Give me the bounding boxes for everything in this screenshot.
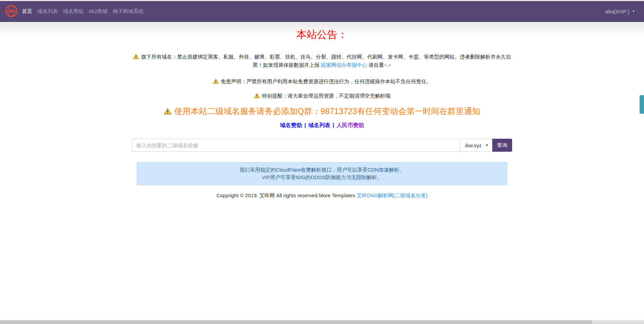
rmb-sponsor-link[interactable]: 人民币赞助	[336, 122, 364, 128]
dns-globe-logo-icon: DNS	[5, 4, 18, 19]
qq-group-text: 使用本站二级域名服务请务必添加Q群：98713723有任何变动会第一时间在群里通…	[174, 107, 480, 116]
domain-list-link[interactable]: 域名列表	[308, 122, 330, 128]
alert-line-1: 我们采用稳定的CloudFlare收费解析接口，用户可以享受CDN加速解析。	[141, 166, 503, 174]
footer: Copyright © 2019. 艾咔网 All rights reserve…	[0, 192, 644, 199]
warning-icon	[133, 54, 139, 59]
horizontal-scrollbar	[0, 320, 644, 324]
svg-text:DNS: DNS	[7, 9, 16, 14]
nav-item-youzi-shop[interactable]: 柚子商城系统	[113, 8, 144, 15]
nav-menu: 首页 域名列表 域名赞助 662商城 柚子商城系统	[22, 8, 144, 15]
user-menu[interactable]: aika[SVIP ] ▼	[605, 9, 635, 14]
domain-sponsor-link[interactable]: 域名赞助	[280, 122, 302, 128]
report-center-link[interactable]: 国家网信办举报中心	[321, 62, 367, 68]
warning-icon	[213, 78, 219, 84]
horizontal-scrollbar-thumb[interactable]	[0, 320, 592, 324]
quick-links: 域名赞助|域名列表|人民币赞助	[0, 122, 644, 129]
footer-site-link[interactable]: 艾咔DNS解析网(二级域名分发)	[357, 192, 428, 198]
nav-item-domain-sponsor[interactable]: 域名赞助	[63, 8, 84, 15]
link-separator: |	[305, 122, 306, 128]
tld-selected-value: .ikw.xyz	[464, 142, 482, 148]
notice-disclaimer: 免责声明：严禁所有用户利用本站免费资源进行违法行为，任何违规操作本站不负任何责任…	[132, 77, 512, 86]
copyright-text: Copyright © 2019. 艾咔网 All rights reserve…	[216, 192, 357, 198]
domain-search-bar: .ikw.xyz ▼ 查询	[132, 139, 512, 152]
notice-text-after: 请自重~.~	[367, 62, 392, 68]
tld-select[interactable]: .ikw.xyz ▼	[460, 139, 492, 152]
chevron-down-icon: ▼	[632, 10, 635, 13]
user-label: aika[SVIP ]	[605, 9, 629, 14]
qq-group-notice: 使用本站二级域名服务请务必添加Q群：98713723有任何变动会第一时间在群里通…	[0, 105, 644, 117]
navbar: DNS 首页 域名列表 域名赞助 662商城 柚子商城系统 aika[SVIP …	[0, 1, 644, 22]
nav-item-domain-list[interactable]: 域名列表	[37, 8, 58, 15]
chevron-down-icon: ▼	[485, 144, 488, 147]
domain-prefix-input[interactable]	[132, 139, 460, 152]
page-title: 本站公告：	[0, 22, 644, 40]
nav-item-662-shop[interactable]: 662商城	[89, 8, 108, 15]
notice-domains: 旗下所有域名：禁止搭建绑定黑客、私服、外挂、赌博、彩票、挂机、挂马、分裂、跳转、…	[132, 53, 512, 69]
main-content: 本站公告： 旗下所有域名：禁止搭建绑定黑客、私服、外挂、赌博、彩票、挂机、挂马、…	[0, 22, 644, 320]
search-button[interactable]: 查询	[492, 139, 512, 152]
notice-reminder: 特别提醒：请大家合理运用资源，不定期清理空壳解析哦	[132, 92, 512, 100]
warning-icon	[164, 108, 172, 115]
warning-icon	[254, 93, 260, 98]
floating-widget-tab[interactable]	[640, 95, 644, 114]
brand-logo[interactable]: DNS	[5, 4, 18, 19]
notice-text: 免责声明：严禁所有用户利用本站免费资源进行违法行为，任何违规操作本站不负任何责任…	[221, 78, 432, 84]
alert-line-2: VIP用户可享受50G的DDOS防御能力与无限制解析。	[141, 174, 503, 181]
info-alert: 我们采用稳定的CloudFlare收费解析接口，用户可以享受CDN加速解析。 V…	[137, 162, 507, 185]
link-separator: |	[333, 122, 334, 128]
notice-text: 特别提醒：请大家合理运用资源，不定期清理空壳解析哦	[262, 93, 391, 99]
nav-item-home[interactable]: 首页	[22, 8, 32, 15]
